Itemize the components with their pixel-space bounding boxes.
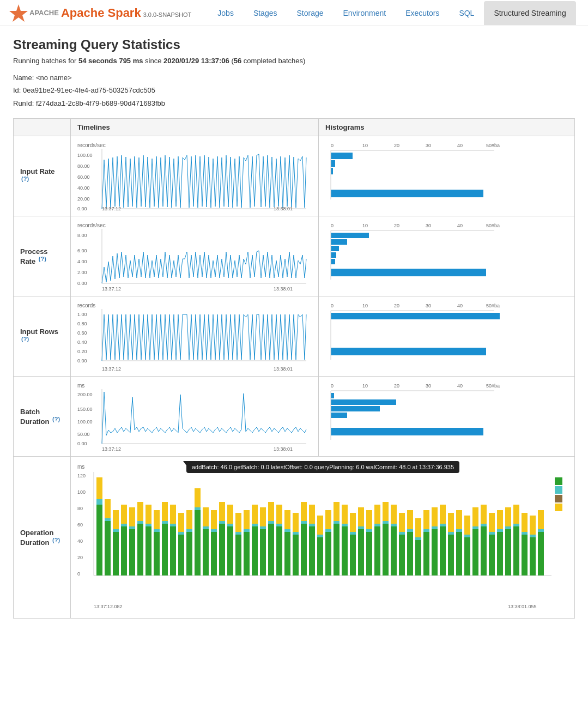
svg-text:200.00: 200.00 bbox=[77, 392, 93, 397]
svg-rect-133 bbox=[170, 526, 176, 575]
nav-structured-streaming[interactable]: Structured Streaming bbox=[484, 1, 575, 25]
svg-rect-141 bbox=[186, 510, 192, 529]
svg-rect-195 bbox=[334, 502, 340, 521]
svg-rect-219 bbox=[399, 513, 405, 532]
svg-rect-204 bbox=[358, 507, 364, 526]
svg-text:8.00: 8.00 bbox=[77, 233, 87, 238]
svg-text:records/sec: records/sec bbox=[77, 222, 106, 228]
nav-environment[interactable]: Environment bbox=[334, 1, 396, 25]
svg-rect-69 bbox=[331, 348, 486, 355]
table-row: Input Rate (?) records/sec 100.00 80.00 … bbox=[14, 136, 575, 216]
svg-rect-223 bbox=[415, 540, 421, 575]
query-meta: Name: <no name> Id: 0ea91be2-91ec-4fe4-a… bbox=[13, 71, 575, 110]
svg-rect-126 bbox=[146, 505, 151, 524]
svg-rect-202 bbox=[358, 529, 364, 575]
svg-rect-152 bbox=[219, 521, 225, 524]
process-rate-hist-chart: 0 10 20 30 40 50 #batches bbox=[325, 221, 500, 292]
svg-rect-230 bbox=[432, 526, 438, 529]
nav-storage[interactable]: Storage bbox=[287, 1, 333, 25]
page-title: Streaming Query Statistics bbox=[13, 37, 575, 52]
legend-walcommit bbox=[555, 495, 562, 502]
page-subtitle: Running batches for 54 seconds 795 ms si… bbox=[13, 57, 575, 65]
svg-text:10: 10 bbox=[362, 383, 368, 389]
svg-rect-244 bbox=[472, 529, 478, 575]
svg-text:records/sec: records/sec bbox=[77, 142, 106, 148]
col-histograms: Histograms bbox=[319, 119, 575, 136]
svg-rect-225 bbox=[415, 518, 421, 537]
svg-rect-93 bbox=[331, 428, 483, 435]
svg-rect-128 bbox=[154, 529, 160, 532]
table-row: Input Rows (?) records 1.00 0.80 0.60 0.… bbox=[14, 296, 575, 377]
svg-rect-142 bbox=[195, 510, 201, 575]
svg-rect-109 bbox=[105, 521, 111, 575]
input-rate-hist-chart: 0 10 20 30 40 50 #batches bbox=[325, 141, 500, 211]
svg-rect-235 bbox=[448, 535, 454, 575]
svg-rect-91 bbox=[331, 406, 380, 411]
svg-rect-123 bbox=[137, 502, 143, 521]
svg-text:ms: ms bbox=[77, 464, 84, 470]
svg-rect-218 bbox=[399, 532, 405, 535]
svg-rect-180 bbox=[293, 513, 299, 532]
svg-text:150.00: 150.00 bbox=[77, 407, 93, 412]
svg-rect-203 bbox=[358, 526, 364, 529]
svg-rect-68 bbox=[331, 313, 500, 319]
svg-text:13:37:12: 13:37:12 bbox=[102, 206, 121, 211]
svg-rect-150 bbox=[211, 510, 217, 529]
svg-text:#batches: #batches bbox=[492, 223, 500, 228]
svg-text:0.00: 0.00 bbox=[77, 206, 87, 211]
subtitle-prefix: Running batches for bbox=[13, 57, 78, 65]
svg-text:40: 40 bbox=[457, 143, 463, 148]
svg-text:60.00: 60.00 bbox=[77, 174, 90, 180]
svg-text:ms: ms bbox=[77, 383, 84, 389]
svg-rect-213 bbox=[383, 502, 389, 521]
op-duration-cell: addBatch: 46.0 getBatch: 0.0 latestOffse… bbox=[71, 457, 575, 619]
svg-text:100.00: 100.00 bbox=[77, 153, 93, 158]
svg-rect-189 bbox=[317, 516, 323, 535]
svg-rect-168 bbox=[260, 507, 266, 526]
svg-rect-207 bbox=[366, 510, 372, 529]
legend-getbatch bbox=[555, 504, 562, 511]
svg-rect-268 bbox=[538, 532, 544, 575]
process-rate-chart: records/sec 8.00 6.00 4.00 2.00 0.00 13:… bbox=[77, 221, 312, 292]
svg-rect-242 bbox=[464, 535, 470, 537]
nav-jobs[interactable]: Jobs bbox=[208, 1, 244, 25]
main-content: Streaming Query Statistics Running batch… bbox=[0, 26, 588, 629]
svg-rect-157 bbox=[235, 535, 241, 575]
svg-rect-198 bbox=[342, 505, 348, 524]
svg-text:50: 50 bbox=[486, 143, 492, 148]
svg-rect-144 bbox=[195, 488, 201, 507]
svg-rect-170 bbox=[268, 521, 274, 524]
svg-text:13:37:12: 13:37:12 bbox=[102, 446, 121, 452]
svg-text:80: 80 bbox=[77, 506, 83, 511]
svg-rect-156 bbox=[227, 505, 233, 524]
nav-logo: APACHE Apache Spark 3.0.0-SNAPSHOT bbox=[9, 3, 191, 23]
svg-rect-122 bbox=[137, 521, 143, 524]
svg-text:1.00: 1.00 bbox=[77, 312, 87, 317]
nav-sql[interactable]: SQL bbox=[449, 1, 484, 25]
svg-text:50: 50 bbox=[486, 303, 492, 308]
svg-rect-162 bbox=[244, 510, 250, 529]
svg-rect-147 bbox=[203, 507, 209, 526]
svg-rect-258 bbox=[505, 507, 511, 526]
stats-table: Timelines Histograms Input Rate (?) reco… bbox=[13, 118, 575, 619]
svg-rect-42 bbox=[331, 233, 369, 238]
svg-rect-228 bbox=[423, 510, 429, 529]
svg-text:#batches: #batches bbox=[492, 383, 500, 389]
svg-rect-106 bbox=[96, 505, 102, 575]
table-row: Operation Duration (?) addBatch: 46.0 ge… bbox=[14, 457, 575, 619]
svg-rect-265 bbox=[530, 537, 536, 575]
svg-text:10: 10 bbox=[362, 143, 368, 148]
svg-text:records: records bbox=[77, 302, 95, 308]
process-rate-timeline: records/sec 8.00 6.00 4.00 2.00 0.00 13:… bbox=[71, 216, 319, 296]
op-legend bbox=[555, 477, 562, 511]
svg-text:40: 40 bbox=[457, 383, 463, 389]
svg-rect-246 bbox=[472, 507, 478, 526]
svg-rect-227 bbox=[423, 529, 429, 532]
svg-rect-89 bbox=[331, 393, 334, 398]
svg-rect-146 bbox=[203, 526, 209, 529]
nav-executors[interactable]: Executors bbox=[396, 1, 449, 25]
svg-rect-262 bbox=[522, 535, 528, 575]
svg-text:0.60: 0.60 bbox=[77, 330, 87, 336]
nav-stages[interactable]: Stages bbox=[244, 1, 287, 25]
svg-rect-132 bbox=[162, 502, 168, 521]
